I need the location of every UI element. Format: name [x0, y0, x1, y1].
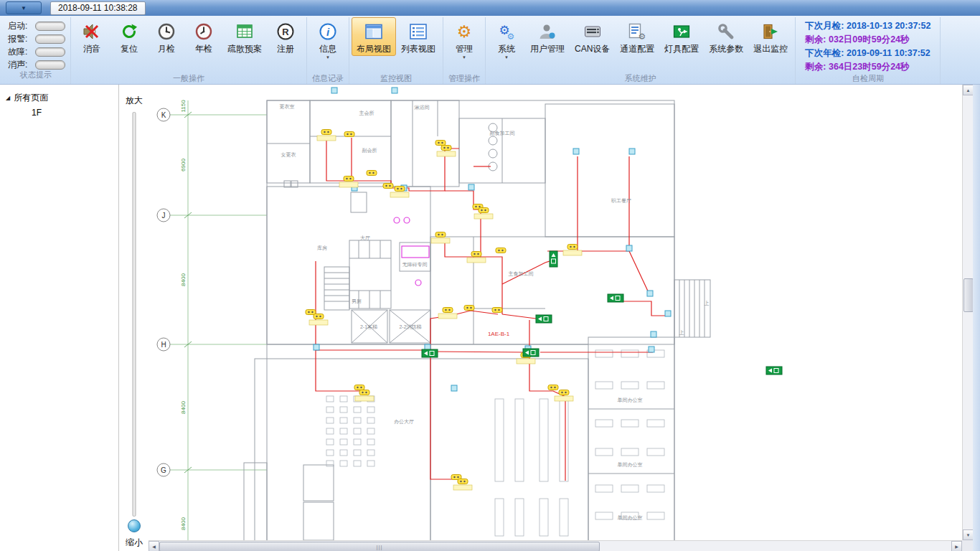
status-label: 故障:: [8, 46, 35, 58]
lamp-icon[interactable]: [317, 130, 336, 141]
scroll-right-button[interactable]: ▶: [951, 541, 962, 551]
lamp-icon[interactable]: [555, 390, 573, 402]
grid-letter: J: [162, 212, 166, 220]
status-row: 报警:: [8, 34, 65, 44]
scroll-up-button[interactable]: ▲: [963, 85, 974, 95]
lamp-icon[interactable]: [548, 385, 558, 390]
room-label: 2-2消防梯: [399, 324, 421, 330]
lamp-icon[interactable]: [438, 308, 457, 319]
device-node-icon[interactable]: [451, 385, 457, 391]
ribbon-button-label: 疏散预案: [227, 43, 262, 55]
device-node-icon[interactable]: [665, 311, 671, 316]
ribbon-group-buttons: ⚙管理▼: [446, 17, 483, 73]
exit-sign-icon[interactable]: [523, 349, 539, 357]
lamp-icon[interactable]: [431, 232, 450, 244]
ribbon-button-lamp[interactable]: 灯具配置: [659, 17, 704, 56]
lamp-icon[interactable]: [453, 479, 472, 491]
device-node-icon[interactable]: [392, 88, 397, 93]
exit-icon: [761, 21, 780, 42]
ribbon-button-info[interactable]: i信息▼: [309, 17, 347, 61]
status-group-rows: 启动:报警:故障:消声:: [4, 17, 68, 70]
ribbon-button-label: 列表视图: [401, 43, 435, 55]
vertical-scrollbar[interactable]: ▲ ▼: [962, 85, 973, 540]
group-caption: 监控视图: [352, 73, 440, 84]
lamp-icon[interactable]: [355, 390, 374, 402]
system-icon: ⚙⚙: [497, 21, 516, 42]
ribbon-button-exit[interactable]: 退出监控: [748, 17, 793, 56]
sidebar-item-1f[interactable]: 1F: [0, 108, 118, 118]
grid-letter: G: [161, 466, 166, 474]
exit-sign-icon[interactable]: [608, 294, 623, 302]
ribbon-button-plan[interactable]: 疏散预案: [222, 17, 267, 56]
room-label: 单间办公室: [618, 515, 643, 521]
lamp-icon[interactable]: [309, 314, 328, 326]
status-indicator: [35, 22, 65, 31]
device-node-icon[interactable]: [331, 88, 337, 93]
scroll-grip-icon: |||: [376, 544, 382, 550]
horizontal-scrollbar[interactable]: ◀ ||| ▶: [149, 540, 962, 551]
lamp-icon[interactable]: [339, 176, 358, 188]
lamp-icon[interactable]: [464, 306, 474, 311]
chevron-down-icon: ▼: [21, 5, 27, 11]
device-node-icon[interactable]: [651, 331, 656, 337]
ribbon-button-channel[interactable]: ⚙通道配置: [615, 17, 659, 56]
ribbon-button-params[interactable]: 系统参数: [704, 17, 748, 56]
ribbon-button-register[interactable]: R注册: [267, 17, 304, 56]
horizontal-scroll-thumb[interactable]: |||: [159, 542, 600, 551]
room-label: 上: [679, 330, 684, 335]
app-menu-button[interactable]: ▼: [6, 1, 42, 14]
lamp-icon[interactable]: [367, 171, 377, 176]
ribbon-button-reset[interactable]: 复位: [110, 17, 148, 56]
lamp-icon[interactable]: [354, 385, 364, 390]
device-node-icon[interactable]: [626, 245, 632, 251]
zoom-slider-track[interactable]: [133, 112, 136, 517]
device-node-icon[interactable]: [647, 291, 653, 296]
lamp-icon[interactable]: [383, 184, 393, 189]
exit-sign-icon[interactable]: [422, 349, 438, 357]
floor-plan-canvas[interactable]: KJHG11506900840084008400更衣室女更衣主会所副会所淋浴间副…: [149, 85, 962, 540]
scroll-left-button[interactable]: ◀: [149, 541, 159, 551]
room-label: 副食加工间: [490, 131, 515, 136]
ribbon-button-layout[interactable]: 布局视图: [352, 17, 396, 56]
lamp-icon[interactable]: [344, 132, 354, 137]
device-node-icon[interactable]: [649, 347, 654, 352]
params-icon: [717, 21, 735, 42]
lamp-icon[interactable]: [437, 146, 456, 157]
exit-sign-icon[interactable]: [536, 315, 552, 323]
status-label: 启动:: [8, 20, 35, 32]
zoom-slider-handle[interactable]: [128, 519, 141, 532]
floor-plan-svg[interactable]: KJHG11506900840084008400更衣室女更衣主会所副会所淋浴间副…: [149, 85, 962, 540]
ribbon-button-label: 消音: [83, 43, 100, 55]
zoom-in-button[interactable]: 放大: [120, 95, 149, 107]
ribbon-button-list[interactable]: 列表视图: [396, 17, 440, 56]
ribbon-button-manage[interactable]: ⚙管理▼: [446, 17, 483, 61]
room-label: 淋浴间: [415, 105, 430, 110]
exit-sign-icon[interactable]: [550, 251, 557, 267]
lamp-icon[interactable]: [563, 245, 582, 256]
sidebar-item-all-pages[interactable]: ◢ 所有页面: [0, 92, 118, 104]
device-node-icon[interactable]: [629, 149, 635, 154]
device-node-icon[interactable]: [573, 149, 579, 154]
ribbon-group-status: 启动:报警:故障:消声: 状态提示: [1, 17, 71, 84]
ribbon-button-user[interactable]: 用户管理: [525, 17, 570, 56]
zoom-out-button[interactable]: 缩小: [120, 537, 149, 549]
ribbon-button-mute[interactable]: 消音: [73, 17, 110, 56]
exit-sign-icon[interactable]: [766, 367, 782, 375]
selfcheck-line: 剩余: 032日09时59分24秒: [805, 34, 930, 46]
room-label: 女更衣: [281, 152, 296, 158]
titlebar-timestamp: 2018-09-11 10:38:28: [50, 1, 146, 15]
ribbon-button-system[interactable]: ⚙⚙系统▼: [488, 17, 525, 61]
ribbon-button-annual[interactable]: 年检: [185, 17, 222, 56]
device-node-icon[interactable]: [468, 184, 474, 190]
device-node-icon[interactable]: [314, 344, 319, 350]
status-label: 报警:: [8, 33, 35, 45]
scroll-down-button[interactable]: ▼: [963, 529, 974, 540]
lamp-icon[interactable]: [435, 141, 446, 146]
lamp-icon[interactable]: [492, 308, 502, 313]
lamp-icon[interactable]: [496, 248, 506, 253]
ribbon-button-monthly[interactable]: 月检: [148, 17, 185, 56]
status-row: 启动:: [8, 21, 65, 31]
ribbon-button-can[interactable]: CAN设备: [570, 17, 615, 56]
window-frame: [973, 85, 980, 551]
vertical-scroll-thumb[interactable]: [963, 278, 974, 312]
